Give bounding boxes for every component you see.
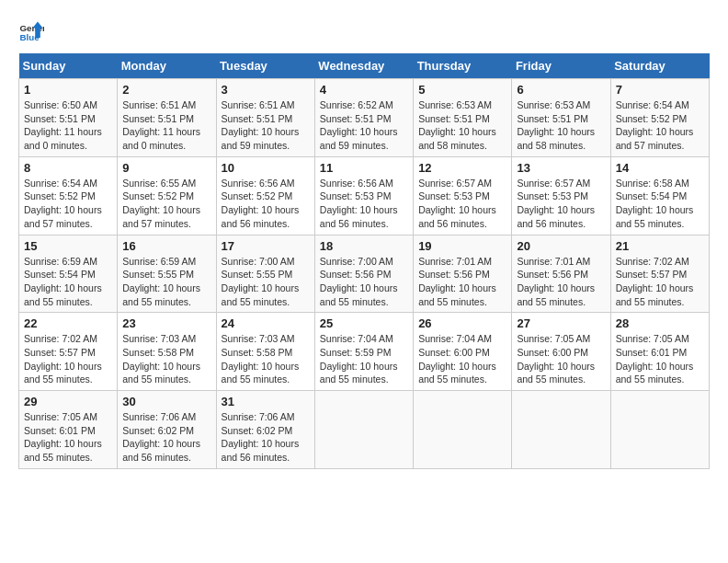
calendar-week-1: 1 Sunrise: 6:50 AM Sunset: 5:51 PM Dayli… xyxy=(19,79,710,157)
day-number: 16 xyxy=(122,239,210,253)
day-number: 24 xyxy=(222,316,310,330)
day-info: Sunrise: 6:53 AM Sunset: 5:51 PM Dayligh… xyxy=(517,98,605,153)
day-info: Sunrise: 7:03 AM Sunset: 5:58 PM Dayligh… xyxy=(122,332,210,386)
day-number: 13 xyxy=(517,161,605,175)
day-info: Sunrise: 6:58 AM Sunset: 5:54 PM Dayligh… xyxy=(616,177,704,231)
calendar-cell: 26 Sunrise: 7:04 AM Sunset: 6:00 PM Dayl… xyxy=(414,313,512,391)
calendar-cell: 31 Sunrise: 7:06 AM Sunset: 6:02 PM Dayl… xyxy=(216,391,314,469)
calendar-cell: 11 Sunrise: 6:56 AM Sunset: 5:53 PM Dayl… xyxy=(314,156,413,235)
day-info: Sunrise: 7:01 AM Sunset: 5:56 PM Dayligh… xyxy=(517,255,605,309)
day-number: 22 xyxy=(24,316,112,330)
day-number: 31 xyxy=(222,395,310,408)
calendar-cell: 18 Sunrise: 7:00 AM Sunset: 5:56 PM Dayl… xyxy=(314,235,413,313)
calendar-cell: 1 Sunrise: 6:50 AM Sunset: 5:51 PM Dayli… xyxy=(19,79,118,157)
day-number: 10 xyxy=(222,161,310,175)
day-number: 15 xyxy=(24,239,112,253)
day-info: Sunrise: 7:06 AM Sunset: 6:02 PM Dayligh… xyxy=(222,410,310,465)
day-number: 29 xyxy=(24,395,112,408)
day-number: 27 xyxy=(517,316,605,330)
calendar-cell: 25 Sunrise: 7:04 AM Sunset: 5:59 PM Dayl… xyxy=(314,313,413,391)
calendar-cell: 7 Sunrise: 6:54 AM Sunset: 5:52 PM Dayli… xyxy=(610,79,709,157)
calendar-cell: 19 Sunrise: 7:01 AM Sunset: 5:56 PM Dayl… xyxy=(414,235,512,313)
day-info: Sunrise: 6:51 AM Sunset: 5:51 PM Dayligh… xyxy=(222,98,310,153)
logo: General Blue xyxy=(18,18,48,44)
day-info: Sunrise: 7:05 AM Sunset: 6:01 PM Dayligh… xyxy=(616,332,704,386)
day-number: 3 xyxy=(222,83,310,97)
day-info: Sunrise: 6:56 AM Sunset: 5:52 PM Dayligh… xyxy=(222,177,310,231)
day-number: 21 xyxy=(616,239,704,253)
header-day-sunday: Sunday xyxy=(19,53,118,79)
day-info: Sunrise: 7:03 AM Sunset: 5:58 PM Dayligh… xyxy=(222,332,310,386)
calendar-cell: 29 Sunrise: 7:05 AM Sunset: 6:01 PM Dayl… xyxy=(19,391,118,469)
calendar-cell: 17 Sunrise: 7:00 AM Sunset: 5:55 PM Dayl… xyxy=(216,235,314,313)
day-number: 7 xyxy=(616,83,704,97)
calendar-cell: 30 Sunrise: 7:06 AM Sunset: 6:02 PM Dayl… xyxy=(118,391,216,469)
day-info: Sunrise: 6:56 AM Sunset: 5:53 PM Dayligh… xyxy=(320,177,408,231)
day-number: 18 xyxy=(320,239,408,253)
calendar-cell: 2 Sunrise: 6:51 AM Sunset: 5:51 PM Dayli… xyxy=(118,79,216,157)
page-header: General Blue xyxy=(18,18,710,44)
day-info: Sunrise: 7:02 AM Sunset: 5:57 PM Dayligh… xyxy=(24,332,112,386)
header-day-tuesday: Tuesday xyxy=(216,53,314,79)
header-day-friday: Friday xyxy=(512,53,610,79)
day-info: Sunrise: 7:05 AM Sunset: 6:01 PM Dayligh… xyxy=(24,410,112,465)
day-info: Sunrise: 6:52 AM Sunset: 5:51 PM Dayligh… xyxy=(320,98,408,153)
day-info: Sunrise: 7:00 AM Sunset: 5:55 PM Dayligh… xyxy=(222,255,310,309)
calendar-cell: 8 Sunrise: 6:54 AM Sunset: 5:52 PM Dayli… xyxy=(19,156,118,235)
day-number: 25 xyxy=(320,316,408,330)
day-info: Sunrise: 7:06 AM Sunset: 6:02 PM Dayligh… xyxy=(122,410,210,465)
day-info: Sunrise: 6:50 AM Sunset: 5:51 PM Dayligh… xyxy=(24,98,112,153)
calendar-cell xyxy=(314,391,413,469)
day-info: Sunrise: 6:57 AM Sunset: 5:53 PM Dayligh… xyxy=(517,177,605,231)
day-number: 6 xyxy=(517,83,605,97)
day-number: 17 xyxy=(222,239,310,253)
calendar-body: 1 Sunrise: 6:50 AM Sunset: 5:51 PM Dayli… xyxy=(19,79,710,469)
day-number: 1 xyxy=(24,83,112,97)
day-info: Sunrise: 7:02 AM Sunset: 5:57 PM Dayligh… xyxy=(616,255,704,309)
calendar-cell xyxy=(610,391,709,469)
header-row: SundayMondayTuesdayWednesdayThursdayFrid… xyxy=(19,53,710,79)
day-info: Sunrise: 7:01 AM Sunset: 5:56 PM Dayligh… xyxy=(418,255,506,309)
day-number: 5 xyxy=(418,83,506,97)
calendar-cell: 22 Sunrise: 7:02 AM Sunset: 5:57 PM Dayl… xyxy=(19,313,118,391)
calendar-week-3: 15 Sunrise: 6:59 AM Sunset: 5:54 PM Dayl… xyxy=(19,235,710,313)
day-info: Sunrise: 6:54 AM Sunset: 5:52 PM Dayligh… xyxy=(616,98,704,153)
calendar-cell: 21 Sunrise: 7:02 AM Sunset: 5:57 PM Dayl… xyxy=(610,235,709,313)
day-number: 14 xyxy=(616,161,704,175)
day-number: 4 xyxy=(320,83,408,97)
day-number: 19 xyxy=(418,239,506,253)
day-info: Sunrise: 7:05 AM Sunset: 6:00 PM Dayligh… xyxy=(517,332,605,386)
calendar-cell: 27 Sunrise: 7:05 AM Sunset: 6:00 PM Dayl… xyxy=(512,313,610,391)
day-info: Sunrise: 7:04 AM Sunset: 6:00 PM Dayligh… xyxy=(418,332,506,386)
day-info: Sunrise: 6:59 AM Sunset: 5:54 PM Dayligh… xyxy=(24,255,112,309)
day-info: Sunrise: 6:54 AM Sunset: 5:52 PM Dayligh… xyxy=(24,177,112,231)
day-info: Sunrise: 6:55 AM Sunset: 5:52 PM Dayligh… xyxy=(122,177,210,231)
calendar-cell: 12 Sunrise: 6:57 AM Sunset: 5:53 PM Dayl… xyxy=(414,156,512,235)
calendar-cell: 20 Sunrise: 7:01 AM Sunset: 5:56 PM Dayl… xyxy=(512,235,610,313)
day-number: 12 xyxy=(418,161,506,175)
calendar-week-2: 8 Sunrise: 6:54 AM Sunset: 5:52 PM Dayli… xyxy=(19,156,710,235)
calendar-cell: 16 Sunrise: 6:59 AM Sunset: 5:55 PM Dayl… xyxy=(118,235,216,313)
logo-icon: General Blue xyxy=(18,18,44,44)
calendar-cell: 9 Sunrise: 6:55 AM Sunset: 5:52 PM Dayli… xyxy=(118,156,216,235)
day-number: 30 xyxy=(122,395,210,408)
day-info: Sunrise: 6:53 AM Sunset: 5:51 PM Dayligh… xyxy=(418,98,506,153)
calendar-table: SundayMondayTuesdayWednesdayThursdayFrid… xyxy=(18,53,710,469)
calendar-cell: 14 Sunrise: 6:58 AM Sunset: 5:54 PM Dayl… xyxy=(610,156,709,235)
day-info: Sunrise: 7:00 AM Sunset: 5:56 PM Dayligh… xyxy=(320,255,408,309)
calendar-header: SundayMondayTuesdayWednesdayThursdayFrid… xyxy=(19,53,710,79)
day-number: 26 xyxy=(418,316,506,330)
header-day-wednesday: Wednesday xyxy=(314,53,413,79)
day-number: 8 xyxy=(24,161,112,175)
calendar-cell: 13 Sunrise: 6:57 AM Sunset: 5:53 PM Dayl… xyxy=(512,156,610,235)
day-info: Sunrise: 6:59 AM Sunset: 5:55 PM Dayligh… xyxy=(122,255,210,309)
day-info: Sunrise: 6:57 AM Sunset: 5:53 PM Dayligh… xyxy=(418,177,506,231)
day-number: 23 xyxy=(122,316,210,330)
calendar-cell: 24 Sunrise: 7:03 AM Sunset: 5:58 PM Dayl… xyxy=(216,313,314,391)
day-info: Sunrise: 7:04 AM Sunset: 5:59 PM Dayligh… xyxy=(320,332,408,386)
calendar-cell: 28 Sunrise: 7:05 AM Sunset: 6:01 PM Dayl… xyxy=(610,313,709,391)
calendar-cell: 10 Sunrise: 6:56 AM Sunset: 5:52 PM Dayl… xyxy=(216,156,314,235)
calendar-cell: 5 Sunrise: 6:53 AM Sunset: 5:51 PM Dayli… xyxy=(414,79,512,157)
day-number: 20 xyxy=(517,239,605,253)
calendar-cell: 4 Sunrise: 6:52 AM Sunset: 5:51 PM Dayli… xyxy=(314,79,413,157)
